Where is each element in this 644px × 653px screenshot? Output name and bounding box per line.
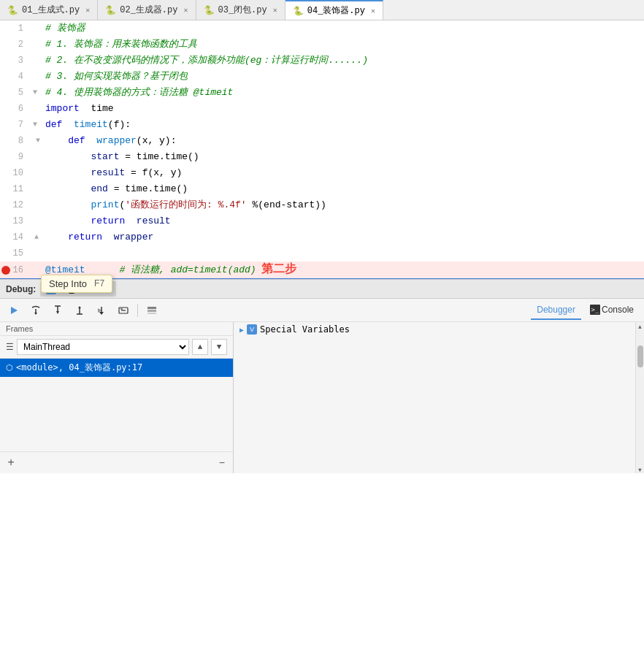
scroll-thumb[interactable] — [637, 345, 643, 367]
code-line-11: 11 end = time.time() — [0, 181, 644, 197]
code-line-2: 2 # 1. 装饰器：用来装饰函数的工具 — [0, 37, 644, 53]
svg-marker-4 — [56, 311, 59, 314]
py-icon-04: 🐍 — [293, 6, 304, 16]
frame-item-module[interactable]: ⬡ <module>, 04_装饰器.py:17 — [0, 359, 233, 377]
tab-label-01: 01_生成式.py — [22, 4, 80, 16]
line-num-14: 14 — [0, 229, 28, 245]
console-icon: >_ — [590, 305, 600, 315]
step-into-icon — [52, 305, 64, 316]
evaluate-button[interactable] — [114, 301, 133, 320]
line-content-9[interactable]: start = time.time() — [42, 149, 644, 165]
line-content-2[interactable]: # 1. 装饰器：用来装饰函数的工具 — [42, 37, 644, 53]
py-icon-02: 🐍 — [105, 5, 116, 15]
expand-arrow-icon: ▶ — [239, 326, 244, 334]
step-out-button[interactable] — [70, 301, 89, 320]
resume-button[interactable] — [4, 301, 23, 320]
line-num-4: 4 — [0, 69, 28, 85]
step-over-button[interactable] — [26, 301, 45, 320]
toolbar-divider — [137, 304, 138, 317]
line-num-15: 15 — [0, 245, 28, 261]
line-content-16[interactable]: @timeit # 语法糖, add=timeit(add) 第二步 — [42, 261, 644, 278]
svg-rect-17 — [147, 313, 156, 314]
special-variables-label: Special Variables — [260, 324, 350, 335]
special-variables-item[interactable]: ▶ V Special Variables — [234, 322, 644, 337]
frame-label: <module>, 04_装饰器.py:17 — [16, 362, 142, 374]
frame-icon: ⬡ — [6, 363, 13, 373]
tab-02[interactable]: 🐍 02_生成器.py ✕ — [98, 0, 196, 20]
line-num-8: 8 — [0, 133, 28, 149]
debug-panel: Debug: 🐍 04_装饰器 ✕ — [0, 279, 644, 473]
tooltip-text: Step Into — [49, 278, 87, 289]
tab-01[interactable]: 🐍 01_生成式.py ✕ — [0, 0, 98, 20]
line-content-6[interactable]: import time — [42, 101, 644, 117]
tab-04[interactable]: 🐍 04_装饰器.py ✕ — [285, 0, 383, 20]
thread-selector[interactable]: MainThread — [17, 339, 189, 355]
var-type-icon: V — [247, 324, 257, 335]
line-content-11[interactable]: end = time.time() — [42, 181, 644, 197]
tab-label-04: 04_装饰器.py — [307, 4, 365, 17]
console-tab-button[interactable]: >_ Console — [584, 301, 640, 320]
line-num-16: 16 — [0, 262, 28, 278]
line-num-1: 1 — [0, 20, 28, 37]
tab-close-02[interactable]: ✕ — [183, 6, 188, 15]
debug-label: Debug: — [6, 284, 36, 294]
code-line-8: 8 ▼ def wrapper(x, y): — [0, 133, 644, 149]
svg-rect-16 — [147, 310, 156, 312]
frame-down-button[interactable]: ▼ — [211, 339, 227, 355]
debugger-tab-label: Debugger — [537, 305, 575, 315]
line-content-13[interactable]: return result — [42, 213, 644, 229]
svg-marker-7 — [78, 306, 81, 308]
code-line-3: 3 # 2. 在不改变源代码的情况下，添加额外功能(eg：计算运行时间.....… — [0, 53, 644, 69]
code-line-13: 13 return result — [0, 213, 644, 229]
line-content-14[interactable]: return wrapper — [42, 229, 644, 245]
line-num-2: 2 — [0, 37, 28, 53]
line-num-3: 3 — [0, 53, 28, 69]
svg-rect-15 — [147, 307, 156, 309]
gutter-8: ▼ — [28, 133, 42, 149]
tab-label-02: 02_生成器.py — [120, 4, 177, 16]
tooltip-shortcut: F7 — [94, 278, 104, 289]
code-line-6: 6 import time — [0, 101, 644, 117]
line-content-4[interactable]: # 3. 如何实现装饰器？基于闭包 — [42, 69, 644, 85]
panel-remove-button[interactable]: − — [214, 455, 230, 471]
step-into-button[interactable]: Step Into F7 — [48, 301, 67, 320]
line-content-7[interactable]: def timeit(f): — [42, 117, 644, 133]
line-content-10[interactable]: result = f(x, y) — [42, 165, 644, 181]
tab-bar: 🐍 01_生成式.py ✕ 🐍 02_生成器.py ✕ 🐍 03_闭包.py ✕… — [0, 0, 644, 20]
frames-icon — [146, 305, 158, 316]
tab-03[interactable]: 🐍 03_闭包.py ✕ — [196, 0, 285, 20]
scroll-up-button[interactable]: ▲ — [636, 322, 645, 331]
tab-label-03: 03_闭包.py — [218, 4, 267, 16]
variables-panel: ▶ V Special Variables ▲ ▼ — [234, 322, 644, 473]
debug-toolbar: Step Into F7 — [0, 299, 644, 322]
step-into-tooltip: Step Into F7 — [41, 275, 112, 293]
run-to-cursor-button[interactable] — [92, 301, 111, 320]
run-to-cursor-icon — [96, 305, 107, 316]
console-tab-label: Console — [602, 305, 634, 315]
line-num-7: 7 — [0, 117, 28, 133]
gutter-5: ▼ — [28, 85, 42, 101]
line-num-10: 10 — [0, 165, 28, 181]
line-num-5: 5 — [0, 85, 28, 101]
frame-up-button[interactable]: ▲ — [192, 339, 208, 355]
debugger-tab-button[interactable]: Debugger — [531, 301, 581, 320]
evaluate-icon — [118, 305, 129, 316]
code-line-12: 12 print('函数运行的时间为: %.4f' %(end-start)) — [0, 197, 644, 213]
frames-icon-button[interactable] — [142, 301, 161, 320]
variables-scrollbar[interactable]: ▲ ▼ — [635, 322, 644, 473]
tab-close-04[interactable]: ✕ — [371, 7, 375, 15]
line-content-8[interactable]: def wrapper(x, y): — [42, 133, 644, 149]
hamburger-icon: ☰ — [6, 342, 14, 353]
editor-area: 1 # 装饰器 2 # 1. 装饰器：用来装饰函数的工具 3 # 2. 在不改变… — [0, 20, 644, 473]
gutter-14: ▲ — [28, 229, 42, 245]
tab-close-01[interactable]: ✕ — [85, 6, 90, 15]
line-content-12[interactable]: print('函数运行的时间为: %.4f' %(end-start)) — [42, 197, 644, 213]
scroll-down-button[interactable]: ▼ — [636, 465, 645, 473]
tab-close-03[interactable]: ✕ — [273, 6, 277, 15]
line-content-5[interactable]: # 4. 使用装饰器的方式：语法糖 @timeit — [42, 85, 644, 101]
line-num-6: 6 — [0, 101, 28, 117]
panel-add-button[interactable]: + — [3, 455, 19, 471]
line-content-1[interactable]: # 装饰器 — [42, 20, 644, 37]
svg-marker-2 — [34, 313, 37, 315]
line-content-3[interactable]: # 2. 在不改变源代码的情况下，添加额外功能(eg：计算运行时间......) — [42, 53, 644, 69]
